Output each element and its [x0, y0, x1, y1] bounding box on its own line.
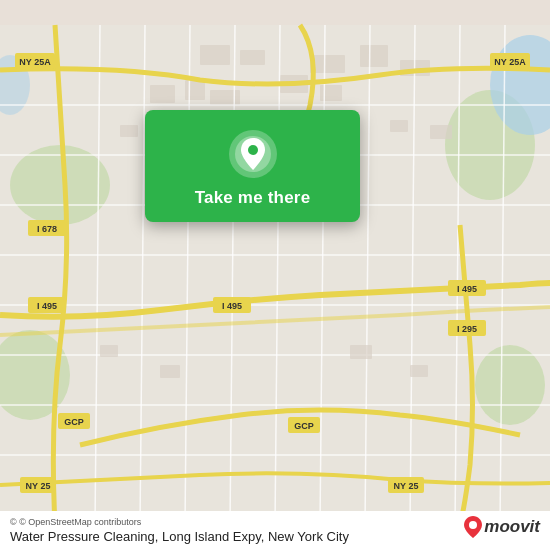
take-me-there-button[interactable]: Take me there — [195, 188, 311, 208]
svg-rect-7 — [200, 45, 230, 65]
svg-text:NY 25A: NY 25A — [494, 57, 526, 67]
svg-rect-8 — [240, 50, 265, 65]
map-container: NY 25A NY 25A I 678 I 495 I 495 I 495 I … — [0, 0, 550, 550]
svg-rect-14 — [210, 90, 240, 105]
svg-point-4 — [475, 345, 545, 425]
svg-text:I 678: I 678 — [37, 224, 57, 234]
svg-rect-64 — [350, 345, 372, 359]
svg-point-68 — [248, 145, 258, 155]
svg-rect-65 — [410, 365, 428, 377]
svg-rect-16 — [320, 85, 342, 101]
svg-rect-13 — [185, 80, 205, 100]
bottom-bar: © © OpenStreetMap contributors Water Pre… — [0, 511, 550, 550]
svg-text:NY 25A: NY 25A — [19, 57, 51, 67]
svg-rect-60 — [390, 120, 408, 132]
location-name: Water Pressure Cleaning, Long Island Exp… — [10, 529, 349, 544]
moovit-logo: moovit — [464, 516, 540, 538]
svg-point-1 — [10, 145, 110, 225]
svg-text:I 495: I 495 — [37, 301, 57, 311]
svg-rect-63 — [160, 365, 180, 378]
location-card: Take me there — [145, 110, 360, 222]
moovit-pin-icon — [464, 516, 482, 538]
map-background: NY 25A NY 25A I 678 I 495 I 495 I 495 I … — [0, 0, 550, 550]
moovit-label: moovit — [484, 517, 540, 537]
svg-rect-12 — [150, 85, 175, 103]
svg-text:I 495: I 495 — [457, 284, 477, 294]
svg-text:GCP: GCP — [294, 421, 314, 431]
svg-rect-61 — [430, 125, 452, 139]
svg-text:I 495: I 495 — [222, 301, 242, 311]
svg-point-69 — [469, 521, 477, 529]
svg-rect-62 — [100, 345, 118, 357]
location-pin-icon — [227, 128, 279, 180]
svg-text:NY 25: NY 25 — [394, 481, 419, 491]
svg-rect-57 — [120, 125, 138, 137]
svg-rect-10 — [360, 45, 388, 67]
map-attribution: © © OpenStreetMap contributors — [10, 517, 540, 527]
svg-text:NY 25: NY 25 — [26, 481, 51, 491]
svg-text:GCP: GCP — [64, 417, 84, 427]
svg-text:I 295: I 295 — [457, 324, 477, 334]
copyright-symbol: © — [10, 517, 17, 527]
